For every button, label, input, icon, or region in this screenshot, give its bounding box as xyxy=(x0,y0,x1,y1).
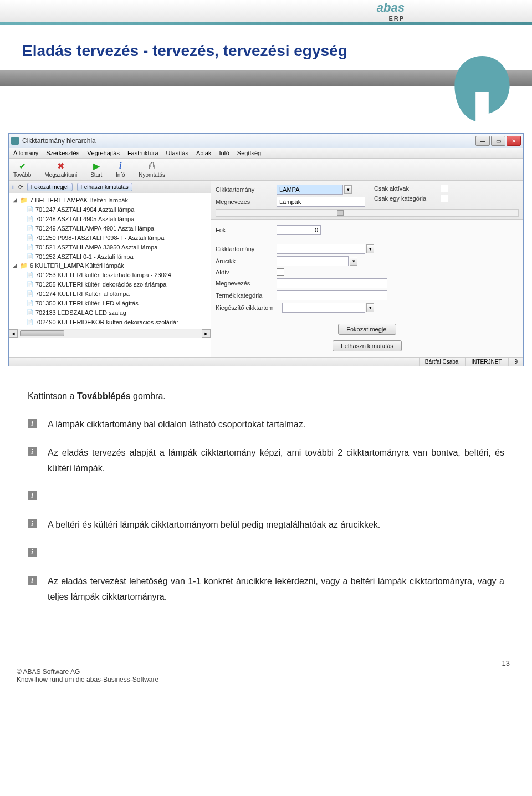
status-num: 9 xyxy=(508,358,523,366)
tree-item[interactable]: 701255 KULTERI kültéri dekorációs szolár… xyxy=(27,279,209,289)
hierarchy-tree[interactable]: ◢7 BELTERI_LAMPAK Beltéri lámpák701247 A… xyxy=(9,193,211,329)
doc-p2: A lámpák cikktartomány bal oldalon látha… xyxy=(48,417,504,432)
tree-item[interactable]: 701247 ASZTALI 4904 Asztali lámpa xyxy=(27,205,209,214)
megnevezes-input[interactable] xyxy=(277,197,365,207)
csak-aktivak-label: Csak aktívak xyxy=(374,185,441,192)
tree-item[interactable]: 701252 ASZTALI 0-1 - Asztali lámpa xyxy=(27,252,209,261)
start-button[interactable]: ▶Start xyxy=(90,161,102,178)
menu-vegrehajtas[interactable]: Végrehajtás xyxy=(87,150,120,156)
tree-folder[interactable]: ◢6 KULTERI_LAMPA Kültéri lámpák xyxy=(12,261,209,270)
print-button[interactable]: ⎙Nyomtatás xyxy=(139,161,165,178)
minimize-button[interactable]: — xyxy=(475,136,490,146)
info-small-icon[interactable]: i xyxy=(12,184,14,190)
menu-utasitas[interactable]: Utasítás xyxy=(166,150,188,156)
toggle-felhaszn[interactable]: Felhaszn kimutatás xyxy=(77,183,132,191)
footer-copyright: © ABAS Software AG xyxy=(17,668,515,676)
tree-item[interactable]: 701253 KULTERI kültéri leszúrható lámpa … xyxy=(27,270,209,279)
status-net: INTERJNET xyxy=(465,358,507,366)
info-line-4: i A beltéri és kültéri lámpák cikktartom… xyxy=(28,517,504,532)
interrupt-button[interactable]: ✖Megszakítani xyxy=(44,161,77,178)
close-button[interactable]: ✕ xyxy=(507,136,521,146)
tree-item[interactable]: 701249 ASZTALILAMPA 4901 Asztali lámpa xyxy=(27,223,209,233)
tree-item[interactable]: 701350 KULTERI kültéri LED világítás xyxy=(27,298,209,308)
tree-item[interactable]: 701248 ASZTALI 4905 Asztali lámpa xyxy=(27,214,209,223)
brand-sub: ERP xyxy=(377,15,405,22)
tree-item[interactable]: 701250 P098-TASZTALI P098-T - Asztali lá… xyxy=(27,233,209,242)
cikktartomany2-input[interactable] xyxy=(277,244,365,254)
continue-label: Tovább xyxy=(13,172,31,178)
megnevezes2-input[interactable] xyxy=(277,278,387,288)
stop-icon: ✖ xyxy=(56,161,66,171)
document-body: Kattintson a Továbblépés gombra. i A lám… xyxy=(0,366,532,629)
app-icon xyxy=(11,137,19,145)
aktiv-checkbox[interactable] xyxy=(277,268,284,276)
arucikk-input[interactable] xyxy=(277,256,349,266)
menubar: Állomány Szerkesztés Végrehajtás Fastruk… xyxy=(9,148,523,159)
fok-input[interactable] xyxy=(277,225,321,235)
doc-blank2 xyxy=(48,545,504,560)
tree-item[interactable]: 701274 KULTERI Kültéri állólámpa xyxy=(27,289,209,298)
tree-hscrollbar[interactable]: ◄ ► xyxy=(9,329,211,338)
info-bullet-icon: i xyxy=(28,491,37,500)
doc-p1b: Továbblépés xyxy=(77,391,131,401)
tree-pane: i ⟳ Fokozat megjel Felhaszn kimutatás ◢7… xyxy=(9,181,211,357)
button-row-2: Felhaszn kimutatás xyxy=(211,337,523,357)
page-number: 13 xyxy=(502,659,510,667)
print-icon: ⎙ xyxy=(147,161,157,171)
page-header: abas ERP Eladás tervezés - tervezés, ter… xyxy=(0,0,532,111)
menu-szerkesztes[interactable]: Szerkesztés xyxy=(46,150,79,156)
form-top: Cikktartomány ▾ Megnevezés Csak aktívak xyxy=(211,181,523,220)
info-bullet-icon: i xyxy=(28,548,37,557)
statusbar: Bártfai Csaba INTERJNET 9 xyxy=(9,357,523,366)
csak-egy-kategoria-checkbox[interactable] xyxy=(441,195,448,202)
window-controls: — ▭ ✕ xyxy=(475,136,521,146)
lookup-icon[interactable]: ▾ xyxy=(366,244,374,253)
megnevezes-label: Megnevezés xyxy=(216,198,277,205)
brand-logo: abas ERP xyxy=(377,1,405,22)
info-bullet-icon: i xyxy=(28,576,37,585)
doc-blank xyxy=(48,489,504,504)
continue-button[interactable]: ✔Tovább xyxy=(13,161,31,178)
tree-folder[interactable]: ◢7 BELTERI_LAMPAK Beltéri lámpák xyxy=(12,196,209,205)
lookup-icon[interactable]: ▾ xyxy=(350,257,357,266)
interrupt-label: Megszakítani xyxy=(44,172,77,178)
brand-bar: abas ERP xyxy=(0,0,532,22)
start-label: Start xyxy=(90,172,102,178)
info-line-2: i Az eladás tervezés alapját a lámpák ci… xyxy=(28,445,504,475)
doc-p1: Kattintson a Továbblépés gombra. xyxy=(28,389,504,404)
info-bullet-icon: i xyxy=(28,447,37,456)
toggle-fokozat[interactable]: Fokozat megjel xyxy=(27,183,73,191)
form-details: Cikktartomány▾ Árucikk▾ Aktív Megnevezés… xyxy=(211,238,523,316)
doc-p1c: gombra. xyxy=(131,391,166,401)
cikktartomany2-label: Cikktartomány xyxy=(216,246,277,252)
cikktartomany-input[interactable] xyxy=(277,185,343,195)
felhaszn-button[interactable]: Felhaszn kimutatás xyxy=(332,340,402,351)
menu-info[interactable]: Infó xyxy=(219,150,229,156)
csak-aktivak-checkbox[interactable] xyxy=(441,185,448,192)
lookup-icon[interactable]: ▾ xyxy=(366,303,374,312)
button-row-1: Fokozat megjel xyxy=(211,316,523,337)
menu-segitseg[interactable]: Segítség xyxy=(237,150,261,156)
info-line-3: i xyxy=(28,489,504,504)
scroll-right-arrow[interactable]: ► xyxy=(202,329,211,338)
info-line-5: i xyxy=(28,545,504,560)
kiegeszito-label: Kiegészítő cikktartom xyxy=(216,304,282,311)
toolbar: ✔Tovább ✖Megszakítani ▶Start iInfó ⎙Nyom… xyxy=(9,159,523,181)
info-button[interactable]: iInfó xyxy=(115,161,125,178)
tree-item[interactable]: 702133 LEDSZALAG LED szalag xyxy=(27,308,209,317)
maximize-button[interactable]: ▭ xyxy=(491,136,505,146)
lookup-icon[interactable]: ▾ xyxy=(344,185,352,194)
scroll-left-arrow[interactable]: ◄ xyxy=(9,329,18,338)
kiegeszito-input[interactable] xyxy=(282,303,365,313)
scroll-thumb[interactable] xyxy=(20,330,64,336)
menu-fastruktura[interactable]: Fastruktúra xyxy=(127,150,158,156)
menu-allomany[interactable]: Állomány xyxy=(13,150,38,156)
tree-item[interactable]: 702490 KULTERIDEKOR kültéri dekorációs s… xyxy=(27,317,209,326)
tree-item[interactable]: 701521 ASZTALILAMPA 33950 Asztali lámpa xyxy=(27,242,209,252)
fokozat-button[interactable]: Fokozat megjel xyxy=(338,324,396,335)
form-hscrollbar[interactable] xyxy=(216,209,519,217)
tree-toolbar: i ⟳ Fokozat megjel Felhaszn kimutatás xyxy=(9,181,211,193)
refresh-small-icon[interactable]: ⟳ xyxy=(18,184,23,190)
termek-kategoria-input[interactable] xyxy=(277,290,387,300)
menu-ablak[interactable]: Ablak xyxy=(196,150,212,156)
